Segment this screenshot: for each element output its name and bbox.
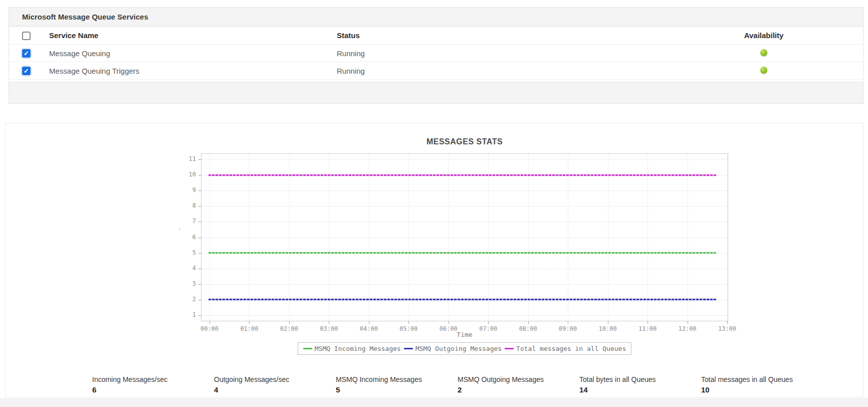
gridline-horizontal [201,284,728,285]
x-tick-label: 09:00 [553,325,583,332]
stat-item: Incoming Messages/sec 6 [92,375,214,394]
x-tick-label: 03:00 [314,325,344,332]
table-row: Message Queuing Running [9,45,863,62]
legend-item[interactable]: Total messages in all Queues [505,345,626,352]
y-tick-mark [198,300,201,300]
gridline-vertical [568,154,568,321]
x-tick-mark [449,321,449,324]
gridline-horizontal [201,190,728,191]
x-tick-label: 01:00 [234,325,264,332]
gridline-horizontal [201,159,728,160]
gridline-vertical [289,154,290,321]
x-tick-mark [568,321,568,324]
gridline-vertical [647,154,648,321]
y-tick-mark [198,284,201,285]
gridline-vertical [249,154,250,321]
legend-swatch [404,348,413,349]
legend-item[interactable]: MSMQ Outgoing Messages [404,345,502,352]
chart-panel: MESSAGES STATS ' Time MSMQ Incoming Mess… [5,123,863,397]
services-panel: Microsoft Message Queue Services Service… [9,7,863,104]
gridline-horizontal [201,269,728,269]
legend-swatch [505,348,514,349]
x-tick-label: 04:00 [354,325,384,332]
stat-label: Incoming Messages/sec [92,375,214,383]
y-tick-label: 7 [176,218,196,225]
series-line [208,174,716,176]
y-tick-mark [198,269,201,269]
x-tick-mark [488,321,489,324]
stat-item: MSMQ Outgoing Messages 2 [458,375,579,394]
row-checkbox[interactable] [22,67,31,75]
stat-label: Total messages in all Queues [701,375,823,383]
x-tick-label: 02:00 [274,325,304,332]
y-tick-mark [198,315,201,316]
gridline-vertical [408,154,409,321]
stat-label: MSMQ Outgoing Messages [458,375,579,383]
service-status: Running [337,67,734,75]
y-tick-mark [198,253,201,254]
gridline-vertical [449,154,449,321]
x-tick-mark [408,321,409,324]
series-line [208,252,716,254]
y-tick-label: 9 [176,186,196,193]
select-all-checkbox[interactable] [22,32,31,40]
x-tick-label: 11:00 [632,325,663,332]
stat-item: MSMQ Incoming Messages 5 [336,375,458,394]
y-tick-label: 4 [176,265,196,272]
gridline-horizontal [201,206,728,207]
x-tick-mark [528,321,529,324]
chart-area: MESSAGES STATS ' Time MSMQ Incoming Mess… [6,123,863,397]
y-tick-label: 2 [176,296,196,303]
legend-item[interactable]: MSMQ Incoming Messages [303,345,401,352]
gridline-vertical [209,154,210,321]
x-tick-mark [369,321,369,324]
stat-item: Total messages in all Queues 10 [701,375,823,394]
stats-row: Incoming Messages/sec 6 Outgoing Message… [92,375,823,394]
stat-value: 5 [336,385,458,394]
column-header-availability: Availability [734,31,794,40]
x-tick-label: 12:00 [673,325,703,332]
legend-label: Total messages in all Queues [516,345,626,352]
stat-item: Outgoing Messages/sec 4 [214,375,336,394]
x-tick-label: 13:00 [712,325,742,332]
y-tick-label: 1 [176,311,196,318]
y-tick-mark [198,159,201,160]
panel-title: Microsoft Message Queue Services [9,8,863,27]
column-header-status: Status [337,31,734,40]
legend-wrap: MSMQ Incoming MessagesMSMQ Outgoing Mess… [201,342,728,355]
y-tick-mark [198,206,201,207]
column-header-service-name: Service Name [49,31,337,40]
x-tick-mark [249,321,250,324]
x-tick-mark [289,321,290,324]
y-tick-label: 10 [176,171,196,178]
y-tick-label: 5 [176,249,196,256]
table-header-row: Service Name Status Availability [9,27,863,45]
availability-dot [760,67,767,74]
gridline-horizontal [201,222,728,222]
stat-label: Outgoing Messages/sec [214,375,336,383]
y-tick-label: 11 [176,155,196,162]
legend-swatch [303,348,312,349]
y-tick-mark [198,238,201,238]
gridline-vertical [727,154,728,321]
y-tick-label: 3 [176,280,196,287]
x-tick-label: 10:00 [593,325,623,332]
row-checkbox[interactable] [22,49,31,58]
service-name: Message Queuing Triggers [49,67,337,75]
service-name: Message Queuing [49,49,337,58]
stat-value: 4 [214,385,336,394]
x-tick-mark [209,321,210,324]
gridline-vertical [608,154,608,321]
x-tick-mark [608,321,608,324]
table-footer [9,82,863,103]
gridline-vertical [688,154,688,321]
stat-value: 2 [458,385,579,394]
table-row: Message Queuing Triggers Running [9,62,863,80]
availability-dot [760,49,767,56]
gridline-vertical [488,154,489,321]
chart-legend: MSMQ Incoming MessagesMSMQ Outgoing Mess… [298,342,632,355]
x-tick-mark [727,321,728,324]
x-tick-mark [647,321,648,324]
legend-label: MSMQ Outgoing Messages [415,345,502,352]
gridline-horizontal [201,238,728,238]
